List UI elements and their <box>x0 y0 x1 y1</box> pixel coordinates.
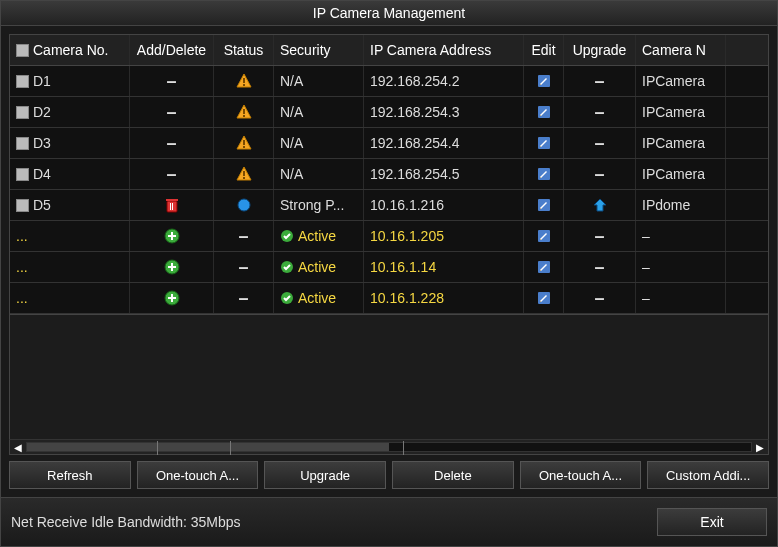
edit-cell[interactable] <box>524 66 564 96</box>
col-ip-address[interactable]: IP Camera Address <box>364 35 524 65</box>
svg-rect-10 <box>243 146 245 148</box>
status-cell[interactable]: – <box>214 252 274 282</box>
select-all-checkbox[interactable] <box>16 44 29 57</box>
table-row[interactable]: D2–N/A192.168.254.3–IPCamera <box>10 97 768 128</box>
scroll-thumb[interactable] <box>27 443 389 451</box>
upgrade-button[interactable]: Upgrade <box>264 461 386 489</box>
edit-icon[interactable] <box>536 135 552 151</box>
add-delete-cell[interactable] <box>130 283 214 313</box>
action-button-row: Refresh One-touch A... Upgrade Delete On… <box>9 455 769 489</box>
add-delete-cell[interactable] <box>130 221 214 251</box>
upgrade-cell[interactable] <box>564 190 636 220</box>
add-delete-cell[interactable] <box>130 190 214 220</box>
upgrade-cell[interactable]: – <box>564 97 636 127</box>
edit-icon[interactable] <box>536 228 552 244</box>
status-cell[interactable] <box>214 97 274 127</box>
upgrade-cell[interactable]: – <box>564 283 636 313</box>
col-security[interactable]: Security <box>274 35 364 65</box>
upgrade-cell[interactable]: – <box>564 128 636 158</box>
camera-no-cell[interactable]: D2 <box>10 97 130 127</box>
add-delete-cell[interactable]: – <box>130 128 214 158</box>
one-touch-add-button[interactable]: One-touch A... <box>137 461 259 489</box>
row-checkbox[interactable] <box>16 168 29 181</box>
add-icon[interactable] <box>164 290 180 306</box>
exit-button[interactable]: Exit <box>657 508 767 536</box>
col-status[interactable]: Status <box>214 35 274 65</box>
ip-address-label: 10.16.1.14 <box>370 259 436 275</box>
refresh-button[interactable]: Refresh <box>9 461 131 489</box>
row-checkbox[interactable] <box>16 199 29 212</box>
add-icon[interactable] <box>164 228 180 244</box>
row-checkbox[interactable] <box>16 75 29 88</box>
col-add-delete[interactable]: Add/Delete <box>130 35 214 65</box>
edit-icon[interactable] <box>536 290 552 306</box>
col-edit[interactable]: Edit <box>524 35 564 65</box>
camera-no-cell[interactable]: D3 <box>10 128 130 158</box>
security-label: N/A <box>280 104 303 120</box>
edit-cell[interactable] <box>524 128 564 158</box>
edit-icon[interactable] <box>536 197 552 213</box>
add-icon[interactable] <box>164 259 180 275</box>
camera-no-cell[interactable]: ... <box>10 252 130 282</box>
edit-icon[interactable] <box>536 73 552 89</box>
one-touch-activate-button[interactable]: One-touch A... <box>520 461 642 489</box>
table-row[interactable]: D3–N/A192.168.254.4–IPCamera <box>10 128 768 159</box>
camera-no-label: D5 <box>33 197 51 213</box>
edit-icon[interactable] <box>536 104 552 120</box>
camera-no-cell[interactable]: D1 <box>10 66 130 96</box>
edit-icon[interactable] <box>536 166 552 182</box>
edit-cell[interactable] <box>524 283 564 313</box>
col-camera-no-label: Camera No. <box>33 42 108 58</box>
table-row[interactable]: D5Strong P...10.16.1.216IPdome <box>10 190 768 221</box>
custom-add-button[interactable]: Custom Addi... <box>647 461 769 489</box>
camera-name-label: IPdome <box>642 197 690 213</box>
svg-rect-31 <box>168 266 176 268</box>
table-row[interactable]: ...–Active10.16.1.228–– <box>10 283 768 314</box>
camera-no-cell[interactable]: D5 <box>10 190 130 220</box>
add-delete-cell[interactable]: – <box>130 66 214 96</box>
table-row[interactable]: ...–Active10.16.1.205–– <box>10 221 768 252</box>
scroll-right-arrow[interactable]: ▶ <box>752 439 768 455</box>
edit-icon[interactable] <box>536 259 552 275</box>
status-cell[interactable] <box>214 190 274 220</box>
col-camera-no[interactable]: Camera No. <box>10 35 130 65</box>
delete-button[interactable]: Delete <box>392 461 514 489</box>
scroll-left-arrow[interactable]: ◀ <box>10 439 26 455</box>
add-delete-cell[interactable]: – <box>130 159 214 189</box>
trash-icon[interactable] <box>164 197 180 213</box>
camera-no-cell[interactable]: D4 <box>10 159 130 189</box>
edit-cell[interactable] <box>524 252 564 282</box>
upgrade-arrow-icon[interactable] <box>592 197 608 213</box>
edit-cell[interactable] <box>524 97 564 127</box>
col-upgrade[interactable]: Upgrade <box>564 35 636 65</box>
edit-cell[interactable] <box>524 190 564 220</box>
svg-rect-14 <box>243 177 245 179</box>
security-label: Strong P... <box>280 197 344 213</box>
add-delete-cell[interactable]: – <box>130 97 214 127</box>
upgrade-cell[interactable]: – <box>564 252 636 282</box>
table-row[interactable]: D1–N/A192.168.254.2–IPCamera <box>10 66 768 97</box>
col-camera-name[interactable]: Camera N <box>636 35 726 65</box>
camera-no-cell[interactable]: ... <box>10 221 130 251</box>
status-cell[interactable] <box>214 159 274 189</box>
row-checkbox[interactable] <box>16 106 29 119</box>
upgrade-cell[interactable]: – <box>564 159 636 189</box>
table-row[interactable]: D4–N/A192.168.254.5–IPCamera <box>10 159 768 190</box>
upgrade-cell[interactable]: – <box>564 66 636 96</box>
status-cell[interactable] <box>214 66 274 96</box>
svg-rect-18 <box>170 203 171 210</box>
status-cell[interactable] <box>214 128 274 158</box>
upgrade-cell[interactable]: – <box>564 221 636 251</box>
scroll-track[interactable] <box>26 442 752 452</box>
status-cell[interactable]: – <box>214 221 274 251</box>
add-delete-cell[interactable] <box>130 252 214 282</box>
table-empty-area <box>9 315 769 439</box>
row-checkbox[interactable] <box>16 137 29 150</box>
svg-rect-26 <box>168 235 176 237</box>
edit-cell[interactable] <box>524 221 564 251</box>
horizontal-scrollbar[interactable]: ◀ ▶ <box>9 439 769 455</box>
camera-no-cell[interactable]: ... <box>10 283 130 313</box>
status-cell[interactable]: – <box>214 283 274 313</box>
edit-cell[interactable] <box>524 159 564 189</box>
table-row[interactable]: ...–Active10.16.1.14–– <box>10 252 768 283</box>
